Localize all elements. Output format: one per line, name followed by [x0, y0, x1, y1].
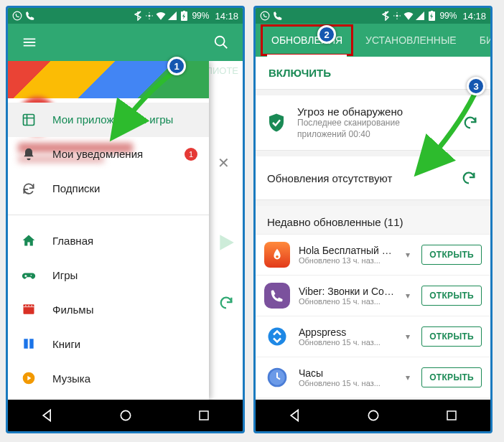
viber-icon: [12, 11, 22, 21]
open-button[interactable]: ОТКРЫТЬ: [421, 326, 482, 347]
apps-icon: [21, 112, 37, 128]
drawer-item-subscriptions[interactable]: Подписки: [8, 171, 209, 206]
app-sub: Обновлено 15 ч. наз...: [299, 297, 394, 306]
annotation-bubble-2: 2: [317, 25, 336, 44]
tab-bar: ОБНОВЛЕНИЯ УСТАНОВЛЕННЫЕ БИБЛИОТЕК: [256, 24, 490, 57]
wifi-icon: [156, 11, 166, 21]
drawer-item-label: Книги: [52, 338, 80, 350]
app-name: Appspress: [299, 326, 394, 338]
drawer-item-label: Мои приложения и игры: [52, 113, 173, 126]
drawer-section-1: Мои приложения и игры Мои уведомления 1 …: [8, 98, 209, 210]
scan-card[interactable]: Угроз не обнаружено Последнее сканирован…: [256, 95, 490, 151]
drawer-section-2: Главная Игры Фильмы Книги Музыка: [8, 219, 209, 400]
svg-point-1: [149, 15, 151, 17]
home-icon: [21, 232, 37, 248]
signal-icon: [167, 11, 177, 21]
status-bar: 99% 14:18: [256, 8, 490, 24]
svg-point-4: [215, 37, 225, 46]
svg-rect-3: [183, 11, 185, 12]
drawer-item-notifications[interactable]: Мои уведомления 1: [8, 137, 209, 171]
tab-installed[interactable]: УСТАНОВЛЕННЫЕ: [354, 24, 468, 57]
drawer-item-games[interactable]: Игры: [8, 258, 209, 292]
svg-point-8: [25, 305, 27, 306]
chevron-down-icon[interactable]: ▾: [403, 372, 413, 382]
svg-point-22: [368, 410, 378, 420]
app-row-viber[interactable]: Viber: Звонки и Сообщ... Обновлено 15 ч.…: [256, 275, 490, 316]
drawer-item-movies[interactable]: Фильмы: [8, 292, 209, 326]
svg-point-6: [31, 275, 32, 276]
enable-link[interactable]: ВКЛЮЧИТЬ: [256, 57, 490, 90]
app-row-appspress[interactable]: Appspress Обновлено 15 ч. наз... ▾ ОТКРЫ…: [256, 316, 490, 357]
refresh-icon[interactable]: [218, 295, 234, 314]
svg-rect-5: [24, 114, 34, 125]
annotation-bubble-1: 1: [167, 57, 186, 75]
tab-updates[interactable]: ОБНОВЛЕНИЯ: [260, 24, 354, 57]
scan-subtitle: Последнее сканирование приложений 00:40: [297, 118, 450, 140]
svg-point-15: [396, 15, 398, 17]
status-bar: 99% 14:18: [8, 8, 243, 24]
drawer-item-label: Фильмы: [52, 304, 93, 316]
location-icon: [392, 11, 402, 21]
app-sub: Обновлено 15 ч. наз...: [299, 379, 394, 387]
notification-badge: 1: [185, 148, 197, 161]
location-icon: [144, 11, 154, 21]
no-updates-label: Обновления отсутствуют: [267, 172, 392, 184]
close-icon[interactable]: ✕: [218, 154, 230, 171]
music-icon: [21, 370, 37, 386]
app-name: Часы: [299, 367, 394, 379]
recent-button[interactable]: [441, 405, 462, 426]
search-icon[interactable]: [205, 27, 237, 58]
app-icon-hola: [264, 242, 290, 268]
home-button[interactable]: [115, 405, 136, 426]
drawer-item-books[interactable]: Книги: [8, 326, 209, 361]
svg-point-14: [261, 11, 269, 20]
refresh-icon[interactable]: [460, 113, 480, 133]
home-button[interactable]: [363, 405, 384, 426]
wifi-icon: [403, 11, 414, 21]
menu-icon[interactable]: [14, 27, 45, 58]
svg-point-18: [276, 255, 279, 258]
drawer-item-music[interactable]: Музыка: [8, 361, 209, 395]
search-area[interactable]: [48, 27, 202, 58]
svg-rect-23: [447, 411, 456, 420]
drawer-item-label: Музыка: [52, 372, 90, 385]
recent-header: Недавно обновленные (11): [256, 206, 490, 234]
app-row-clock[interactable]: Часы Обновлено 15 ч. наз... ▾ ОТКРЫТЬ: [256, 357, 490, 398]
chevron-down-icon[interactable]: ▾: [403, 332, 413, 342]
tab-library[interactable]: БИБЛИОТЕК: [468, 24, 490, 57]
app-sub: Обновлено 15 ч. наз...: [299, 338, 394, 347]
bluetooth-icon: [133, 11, 143, 21]
app-sub: Обновлено 13 ч. наз...: [299, 256, 394, 265]
drawer-item-label: Игры: [52, 269, 78, 281]
clock: 14:18: [462, 11, 486, 22]
open-button[interactable]: ОТКРЫТЬ: [421, 367, 482, 387]
chevron-down-icon[interactable]: ▾: [403, 250, 413, 260]
play-triangle-icon: [217, 233, 235, 255]
android-navbar: [256, 400, 490, 431]
film-icon: [21, 301, 37, 317]
app-icon-appspress: [264, 324, 290, 349]
recent-button[interactable]: [193, 405, 215, 426]
back-button[interactable]: [284, 405, 306, 426]
signal-icon: [415, 11, 425, 21]
phone-left: 99% 14:18 БИБЛИОТЕ ✕ A: [6, 6, 245, 433]
content-area: БИБЛИОТЕ ✕ A Мои приложе: [8, 61, 243, 400]
open-button[interactable]: ОТКРЫТЬ: [421, 286, 482, 306]
android-navbar: [8, 400, 243, 431]
svg-point-12: [121, 410, 130, 420]
drawer-item-my-apps[interactable]: Мои приложения и игры: [8, 103, 209, 137]
chevron-down-icon[interactable]: ▾: [403, 291, 413, 301]
refresh-icon[interactable]: [459, 168, 479, 188]
drawer-item-home[interactable]: Главная: [8, 223, 209, 258]
app-toolbar: [8, 24, 243, 61]
back-button[interactable]: [37, 405, 58, 426]
app-name: Hola Бесплатный VPN: [299, 245, 394, 256]
svg-point-0: [13, 11, 22, 20]
annotation-bubble-3: 3: [467, 77, 485, 95]
svg-point-9: [28, 305, 29, 306]
battery-percent: 99%: [192, 11, 209, 21]
content-area: ВКЛЮЧИТЬ Угроз не обнаружено Последнее с…: [256, 57, 490, 400]
clock: 14:18: [215, 11, 238, 22]
open-button[interactable]: ОТКРЫТЬ: [421, 245, 482, 265]
app-row-hola[interactable]: Hola Бесплатный VPN Обновлено 13 ч. наз.…: [256, 234, 490, 275]
